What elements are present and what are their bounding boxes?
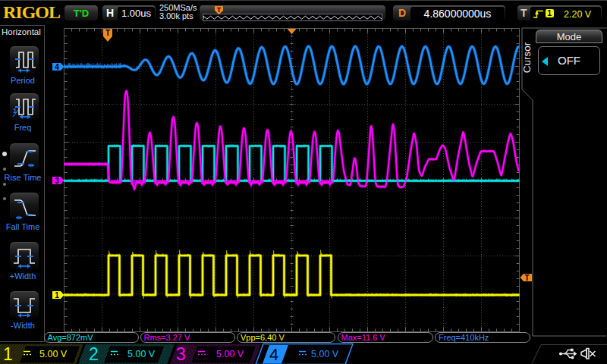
svg-text:3: 3 [176, 344, 186, 364]
svg-text:5.00 V: 5.00 V [39, 349, 68, 359]
svg-text:1: 1 [3, 344, 13, 364]
svg-text:5.00 V: 5.00 V [311, 349, 339, 359]
svg-text:2: 2 [89, 344, 99, 364]
svg-text:4: 4 [269, 345, 278, 364]
svg-text:5.00 V: 5.00 V [127, 349, 156, 359]
svg-text:5.00 V: 5.00 V [216, 349, 244, 359]
